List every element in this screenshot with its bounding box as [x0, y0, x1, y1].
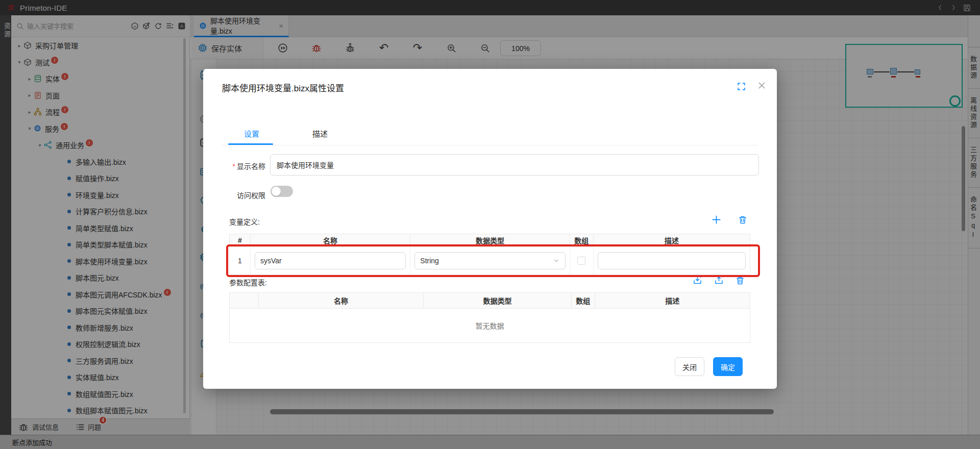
var-def-label: 变量定义:	[229, 216, 260, 227]
column-header: 数据类型	[410, 234, 570, 246]
row-index: 1	[238, 257, 242, 265]
param-table-label: 参数配置表:	[229, 277, 267, 287]
array-checkbox[interactable]	[577, 257, 585, 265]
column-header: 数组	[570, 234, 594, 246]
column-header: 描述	[595, 293, 750, 308]
column-header: 描述	[594, 234, 750, 246]
fullscreen-icon[interactable]	[737, 82, 746, 91]
variable-row: 1String	[229, 247, 750, 275]
param-table: 名称数据类型数组描述暂无数据	[229, 292, 750, 343]
chevron-down-icon	[553, 257, 560, 264]
column-header: 名称	[251, 234, 410, 246]
column-header: 数组	[572, 293, 595, 308]
properties-dialog: 脚本使用环境变量.bizx属性设置 设置 描述 *显示名称 访问权限 变量定义:…	[203, 69, 777, 389]
variable-desc-input[interactable]	[598, 252, 746, 269]
display-name-label: *显示名称	[222, 161, 265, 171]
variable-name-input[interactable]	[255, 252, 406, 269]
data-type-select[interactable]: String	[414, 252, 565, 269]
empty-placeholder: 暂无数据	[229, 309, 750, 343]
close-button[interactable]: 关闭	[675, 357, 704, 376]
column-header	[230, 293, 259, 308]
display-name-input[interactable]	[270, 154, 759, 176]
tab-divider	[222, 145, 758, 145]
dialog-tab-description[interactable]: 描述	[312, 128, 328, 139]
required-asterisk: *	[233, 162, 235, 170]
column-header: #	[230, 234, 251, 246]
ok-button[interactable]: 确定	[713, 357, 743, 376]
access-toggle[interactable]	[271, 186, 293, 197]
access-label: 访问权限	[222, 190, 265, 200]
add-variable-icon[interactable]	[712, 215, 721, 224]
dialog-tab-settings[interactable]: 设置	[244, 128, 259, 139]
delete-variable-icon[interactable]	[738, 215, 747, 224]
delete-param-icon[interactable]	[736, 276, 745, 285]
export-icon[interactable]	[714, 276, 724, 285]
dialog-close-icon[interactable]	[757, 81, 766, 90]
column-header: 数据类型	[424, 293, 571, 308]
active-tab-indicator	[228, 143, 273, 145]
import-icon[interactable]	[693, 276, 702, 285]
dialog-title: 脚本使用环境变量.bizx属性设置	[222, 81, 344, 94]
variable-table: #名称数据类型数组描述1String	[229, 234, 750, 275]
column-header: 名称	[259, 293, 424, 308]
